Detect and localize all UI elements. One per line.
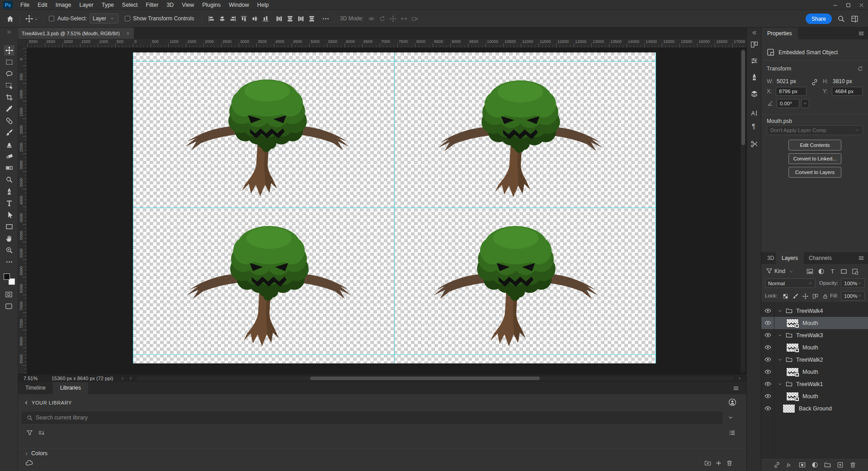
visibility-toggle[interactable] <box>761 320 774 325</box>
home-button[interactable] <box>6 15 14 23</box>
align-horizontal-centers-button[interactable] <box>217 14 227 24</box>
workspace-switcher-button[interactable] <box>851 15 859 23</box>
tool-spot-healing-brush[interactable] <box>4 116 14 126</box>
guide-horizontal[interactable] <box>133 207 656 208</box>
auto-select-checkbox[interactable] <box>49 16 54 21</box>
foreground-color-swatch[interactable] <box>4 273 10 280</box>
menu-window[interactable]: Window <box>225 0 253 10</box>
layer-thumbnail[interactable] <box>786 319 799 328</box>
document-tab[interactable]: TreeAlive1.3.psb @ 7.51% (Mouth, RGB/8#) <box>18 28 134 39</box>
tab-timeline[interactable]: Timeline <box>18 382 53 394</box>
align-top-edges-button[interactable] <box>239 14 249 24</box>
menu-select[interactable]: Select <box>118 0 142 10</box>
visibility-toggle[interactable] <box>761 357 774 362</box>
tool-lasso[interactable] <box>4 69 14 79</box>
visibility-toggle[interactable] <box>761 333 774 338</box>
ruler-origin[interactable] <box>18 39 27 48</box>
tool-preset-chevron[interactable] <box>34 18 38 21</box>
canvas-pasteboard[interactable] <box>27 48 746 374</box>
tab-channels[interactable]: Channels <box>803 252 838 264</box>
tool-type[interactable] <box>4 198 14 208</box>
filter-smart-objects-button[interactable] <box>850 266 860 276</box>
tool-eraser[interactable] <box>4 151 14 161</box>
tool-crop[interactable] <box>4 92 14 103</box>
visibility-toggle[interactable] <box>761 308 774 313</box>
layer-mouth[interactable]: Mouth <box>761 366 868 378</box>
3d-orbit-button[interactable] <box>366 14 376 24</box>
link-dimensions-icon[interactable] <box>811 79 818 86</box>
menu-file[interactable]: File <box>16 0 33 10</box>
tool-hand[interactable] <box>4 233 14 244</box>
add-layer-mask-button[interactable] <box>798 461 806 469</box>
tree-character-4[interactable] <box>429 219 603 351</box>
new-layer-button[interactable] <box>836 461 844 469</box>
menu-edit[interactable]: Edit <box>33 0 52 10</box>
tool-object-selection[interactable] <box>4 80 14 91</box>
lock-transparency-button[interactable] <box>781 292 789 300</box>
link-layers-button[interactable] <box>773 461 781 469</box>
share-button[interactable]: Share <box>806 14 832 24</box>
show-transform-controls-checkbox[interactable] <box>125 16 130 21</box>
3d-roll-button[interactable] <box>377 14 387 24</box>
convert-to-layers-button[interactable]: Convert to Layers <box>788 167 841 178</box>
tool-gradient[interactable] <box>4 163 14 173</box>
close-tab-icon[interactable] <box>126 31 130 36</box>
quick-mask-button[interactable] <box>5 291 13 298</box>
library-search-input[interactable] <box>36 414 718 421</box>
lock-all-button[interactable] <box>821 292 829 300</box>
group-expand-chevron-icon[interactable] <box>778 309 782 313</box>
layer-group-treewalk3[interactable]: TreeWalk3 <box>761 329 868 341</box>
panel-adjust-sliders[interactable] <box>750 57 758 65</box>
guide-vertical[interactable] <box>656 52 656 363</box>
tab-properties[interactable]: Properties <box>761 28 798 39</box>
tool-rectangular-marquee[interactable] <box>4 57 14 67</box>
vertical-ruler[interactable]: 0500100015002000250030003500400045005000… <box>18 48 27 374</box>
visibility-toggle[interactable] <box>761 406 774 411</box>
layer-thumbnail[interactable] <box>783 404 795 413</box>
width-value[interactable]: 5021 px <box>777 78 796 85</box>
layer-group-treewalk1[interactable]: TreeWalk1 <box>761 378 868 390</box>
menu-plugins[interactable]: Plugins <box>198 0 225 10</box>
tool-edit-toolbar[interactable] <box>4 257 14 267</box>
edit-contents-button[interactable]: Edit Contents <box>788 140 841 151</box>
lock-artboard-button[interactable] <box>811 292 819 300</box>
close-button[interactable] <box>859 2 864 8</box>
panel-artboards[interactable] <box>750 40 758 48</box>
tool-brush[interactable] <box>4 127 14 138</box>
y-input[interactable]: 4684 px <box>832 87 863 96</box>
vertical-scrollbar-track[interactable] <box>741 49 745 373</box>
library-sync-status-button[interactable] <box>25 459 33 467</box>
menu-3d[interactable]: 3D <box>162 0 178 10</box>
layer-thumbnail[interactable] <box>786 392 799 401</box>
layer-group-treewalk4[interactable]: TreeWalk4 <box>761 305 868 317</box>
panel-snippets[interactable] <box>750 140 758 148</box>
guide-vertical[interactable] <box>394 52 395 363</box>
layer-back-ground[interactable]: Back Ground <box>761 402 868 414</box>
align-right-edges-button[interactable] <box>228 14 238 24</box>
adjustment-layer-button[interactable] <box>811 461 819 469</box>
filter-type-button[interactable] <box>766 268 773 274</box>
library-filter-button[interactable] <box>26 429 33 436</box>
rotation-input[interactable]: 0.00° <box>777 99 799 108</box>
tab-layers[interactable]: Layers <box>776 252 804 264</box>
layer-mouth[interactable]: Mouth <box>761 341 868 353</box>
minimize-button[interactable] <box>832 2 838 8</box>
reset-transform-icon[interactable] <box>857 66 863 72</box>
visibility-toggle[interactable] <box>761 369 774 374</box>
menu-view[interactable]: View <box>178 0 198 10</box>
tool-dodge[interactable] <box>4 174 14 185</box>
lock-position-button[interactable] <box>801 292 809 300</box>
tool-clone-stamp[interactable] <box>4 139 14 150</box>
align-bottom-edges-button[interactable] <box>260 14 270 24</box>
panel-pen-paths[interactable] <box>750 73 758 81</box>
convert-to-linked-button[interactable]: Convert to Linked... <box>788 153 841 164</box>
color-swatches[interactable] <box>4 273 15 285</box>
more-align-options-button[interactable] <box>322 15 330 23</box>
tool-zoom[interactable] <box>4 245 14 255</box>
new-library-group-button[interactable] <box>704 460 711 466</box>
search-button[interactable] <box>837 15 845 23</box>
group-expand-chevron-icon[interactable] <box>778 358 782 362</box>
maximize-button[interactable] <box>845 2 851 8</box>
menu-filter[interactable]: Filter <box>142 0 163 10</box>
fill-input[interactable]: 100% <box>841 291 865 301</box>
